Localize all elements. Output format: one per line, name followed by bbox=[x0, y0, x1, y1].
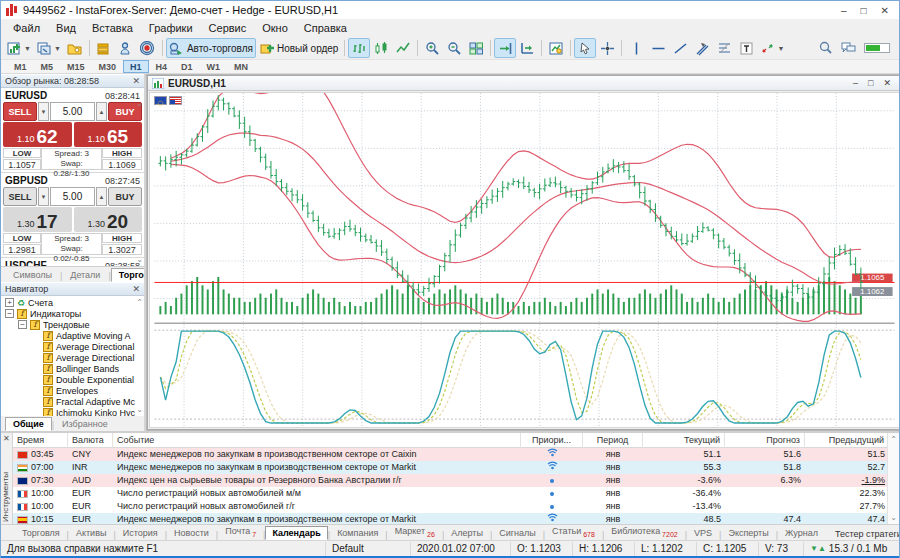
scroll-up-icon[interactable]: ⌃ bbox=[136, 104, 143, 112]
lot-value[interactable]: 5.00 bbox=[50, 187, 95, 206]
market-watch-tab-details[interactable]: Детали bbox=[62, 268, 108, 282]
autotrade-button[interactable]: Авто-торговля bbox=[166, 38, 256, 58]
maximize-button[interactable]: □ bbox=[861, 5, 867, 16]
calendar-column-header[interactable]: Прогноз bbox=[725, 433, 805, 448]
minimize-button[interactable]: – bbox=[841, 5, 847, 16]
menu-window[interactable]: Окно bbox=[254, 20, 296, 36]
chart-close-button[interactable]: ✕ bbox=[883, 78, 891, 88]
menu-service[interactable]: Сервис bbox=[201, 20, 255, 36]
line-chart-button[interactable] bbox=[392, 38, 414, 58]
bottom-tab-mail[interactable]: Почта 7 bbox=[218, 524, 263, 540]
collapse-icon[interactable]: − bbox=[5, 309, 14, 318]
new-chart-caret-icon[interactable]: ▼ bbox=[24, 45, 31, 52]
calendar-row[interactable]: 10:00EURЧисло регистраций новых автомоби… bbox=[13, 500, 887, 513]
market-watch-close-icon[interactable]: ✕ bbox=[132, 76, 140, 86]
autoscroll-button[interactable] bbox=[494, 38, 516, 58]
tree-item-bollinger-bands[interactable]: fBollinger Bands bbox=[1, 363, 144, 374]
chart-shift-button[interactable] bbox=[516, 38, 538, 58]
fibo-button[interactable] bbox=[713, 38, 735, 58]
chart-canvas[interactable]: 1.10651.1062 bbox=[149, 92, 899, 428]
timeframe-m1[interactable]: M1 bbox=[7, 60, 34, 73]
bottom-tab-experts[interactable]: Эксперты bbox=[721, 526, 775, 540]
channel-button[interactable] bbox=[691, 38, 713, 58]
calendar-row[interactable]: 10:15EURИндекс менеджеров по закупкам в … bbox=[13, 513, 887, 524]
calendar-column-header[interactable]: Валюта bbox=[68, 433, 113, 448]
market-watch-button[interactable] bbox=[93, 38, 115, 58]
scroll-down-icon[interactable]: ⌄ bbox=[136, 406, 143, 414]
bottom-tab-history[interactable]: История bbox=[116, 526, 165, 540]
zoom-in-button[interactable] bbox=[421, 38, 443, 58]
bottom-tab-library[interactable]: Библиотека 7202 bbox=[604, 524, 684, 540]
bottom-tab-signals[interactable]: Сигналы bbox=[492, 526, 543, 540]
navigator-close-icon[interactable]: ✕ bbox=[132, 284, 140, 294]
calendar-row[interactable]: 10:00EURЧисло регистраций новых автомоби… bbox=[13, 487, 887, 500]
vline-button[interactable] bbox=[625, 38, 647, 58]
tile-windows-button[interactable] bbox=[465, 38, 487, 58]
signals-button[interactable] bbox=[137, 38, 159, 58]
scroll-up-icon[interactable]: ⌃ bbox=[136, 299, 143, 307]
calendar-row[interactable]: 07:00INRИндекс менеджеров по закупкам в … bbox=[13, 461, 887, 474]
candles-button[interactable] bbox=[370, 38, 392, 58]
zoom-out-button[interactable] bbox=[443, 38, 465, 58]
calendar-column-header[interactable]: Текущий bbox=[643, 433, 725, 448]
timeframe-d1[interactable]: D1 bbox=[174, 60, 200, 73]
text-button[interactable] bbox=[735, 38, 757, 58]
strategy-tester-label[interactable]: Тестер стратегий bbox=[825, 528, 899, 540]
sell-button-eurusd[interactable]: SELL bbox=[3, 102, 37, 121]
bottom-tab-market[interactable]: Маркет 26 bbox=[388, 524, 442, 540]
calendar-column-header[interactable]: Событие bbox=[113, 433, 521, 448]
collapse-icon[interactable]: − bbox=[18, 320, 27, 329]
scroll-down-icon[interactable]: ⌄ bbox=[136, 256, 143, 264]
bottom-tab-journal[interactable]: Журнал bbox=[778, 526, 825, 540]
lot-decrease-button[interactable]: ▼ bbox=[38, 187, 49, 206]
expand-icon[interactable]: + bbox=[5, 298, 14, 307]
tree-item-индикаторы[interactable]: −fИндикаторы bbox=[1, 308, 144, 319]
tree-item-трендовые[interactable]: −fТрендовые bbox=[1, 319, 144, 330]
calendar-row[interactable]: 07:30AUDИндекс цен на сырьевые товары от… bbox=[13, 474, 887, 487]
timeframe-h1[interactable]: H1 bbox=[123, 60, 149, 73]
timeframe-m5[interactable]: M5 bbox=[34, 60, 61, 73]
profiles-caret-icon[interactable]: ▼ bbox=[54, 45, 61, 52]
cursor-button[interactable] bbox=[574, 38, 596, 58]
close-button[interactable]: ✕ bbox=[881, 5, 889, 16]
scroll-down-icon[interactable]: ⌄ bbox=[890, 513, 897, 522]
tree-item-envelopes[interactable]: fEnvelopes bbox=[1, 385, 144, 396]
calendar-scrollbar[interactable]: ⌃ ⌄ bbox=[887, 433, 899, 524]
tree-item-average-directional[interactable]: fAverage Directional bbox=[1, 341, 144, 352]
bottom-tab-company[interactable]: Компания bbox=[330, 526, 385, 540]
lot-increase-button[interactable]: ▲ bbox=[96, 102, 107, 121]
timeframe-m30[interactable]: M30 bbox=[92, 60, 124, 73]
calendar-column-header[interactable]: Приори... bbox=[521, 433, 583, 448]
bottom-tab-alerts[interactable]: Алерты bbox=[444, 526, 490, 540]
menu-help[interactable]: Справка bbox=[296, 20, 355, 36]
market-watch-tab-symbols[interactable]: Символы bbox=[5, 268, 60, 282]
buy-button-gbpusd[interactable]: BUY bbox=[108, 187, 142, 206]
market-watch-tab-trade[interactable]: Торговля bbox=[111, 268, 144, 282]
chart-maximize-button[interactable]: □ bbox=[868, 78, 873, 88]
arrows-button[interactable]: ▼ bbox=[757, 38, 787, 58]
bottom-tab-news[interactable]: Новости bbox=[167, 526, 216, 540]
sell-button-gbpusd[interactable]: SELL bbox=[3, 187, 37, 206]
timeframe-w1[interactable]: W1 bbox=[200, 60, 228, 73]
tree-item-счета[interactable]: +♻Счета bbox=[1, 297, 144, 308]
symbol-name[interactable]: USDCHF bbox=[5, 260, 47, 267]
bottom-tab-calendar[interactable]: Календарь bbox=[265, 526, 327, 540]
navigator-tab-common[interactable]: Общие bbox=[5, 417, 52, 431]
tree-item-average-directional[interactable]: fAverage Directional bbox=[1, 352, 144, 363]
bottom-tab-vps[interactable]: VPS bbox=[687, 526, 719, 540]
history-button[interactable] bbox=[64, 38, 86, 58]
lot-increase-button[interactable]: ▲ bbox=[96, 187, 107, 206]
chat-button[interactable] bbox=[841, 40, 856, 57]
price-chart[interactable]: 1.10651.1062 bbox=[150, 93, 899, 427]
menu-insert[interactable]: Вставка bbox=[84, 20, 141, 36]
tree-item-ichimoku-kinko-hyс[interactable]: fIchimoku Kinko Hyс bbox=[1, 407, 144, 416]
trendline-button[interactable] bbox=[669, 38, 691, 58]
new-order-button[interactable]: Новый ордер bbox=[256, 38, 342, 58]
chart-minimize-button[interactable]: – bbox=[853, 78, 858, 88]
navigator-tab-favorites[interactable]: Избранное bbox=[54, 417, 116, 431]
chart-title-bar[interactable]: EURUSD,H1 – □ ✕ bbox=[148, 76, 899, 91]
tree-item-adaptive-moving-a[interactable]: fAdaptive Moving A bbox=[1, 330, 144, 341]
symbol-name[interactable]: EURUSD bbox=[5, 90, 47, 101]
profiles-button[interactable]: ▼ bbox=[34, 38, 64, 58]
calendar-row[interactable]: 03:45CNYИндекс менеджеров по закупкам в … bbox=[13, 448, 887, 461]
